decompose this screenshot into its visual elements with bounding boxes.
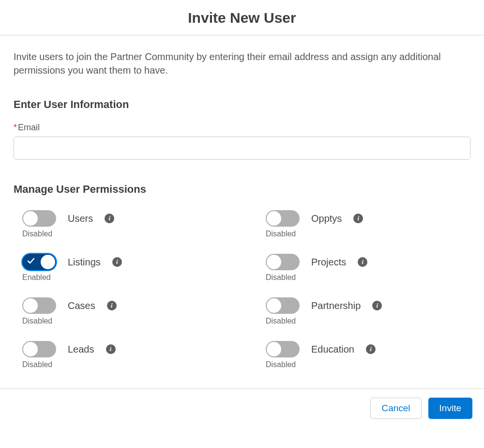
invite-button[interactable]: Invite [428, 398, 472, 419]
email-label: Email [18, 123, 40, 132]
required-star-icon: * [14, 123, 17, 132]
permission-toggle-projects[interactable] [266, 254, 300, 270]
permissions-section-title: Manage User Permissions [14, 183, 470, 196]
permission-item-opptys: OpptysiDisabled [266, 210, 470, 238]
info-icon[interactable]: i [353, 214, 363, 223]
permission-status: Disabled [266, 230, 470, 238]
toggle-knob [267, 342, 281, 356]
info-icon[interactable]: i [372, 301, 382, 310]
permission-toggle-partnership[interactable] [266, 297, 300, 314]
permissions-grid: UsersiDisabledOpptysiDisabledListingsiEn… [14, 210, 470, 369]
permission-row: Listingsi [22, 254, 227, 270]
toggle-knob [23, 298, 38, 313]
toggle-knob [41, 255, 55, 269]
permission-label: Opptys [311, 213, 342, 224]
permission-item-cases: CasesiDisabled [22, 297, 227, 325]
toggle-knob [267, 211, 281, 226]
permission-toggle-listings[interactable] [22, 254, 56, 270]
permission-row: Leadsi [22, 341, 227, 357]
info-icon[interactable]: i [105, 214, 114, 223]
permission-item-partnership: PartnershipiDisabled [266, 297, 470, 325]
email-label-row: *Email [14, 123, 470, 133]
permission-row: Casesi [22, 297, 227, 314]
permission-item-leads: LeadsiDisabled [22, 341, 227, 369]
toggle-knob [23, 342, 38, 356]
permission-label: Education [311, 344, 354, 355]
permission-label: Listings [68, 257, 101, 268]
permission-row: Opptysi [266, 210, 470, 227]
permission-row: Educationi [266, 341, 470, 357]
permission-toggle-leads[interactable] [22, 341, 56, 357]
permission-item-users: UsersiDisabled [22, 210, 227, 238]
user-info-section-title: Enter User Information [14, 98, 470, 111]
permission-status: Disabled [266, 273, 470, 282]
dialog-header: Invite New User [0, 0, 484, 35]
permission-item-education: EducationiDisabled [266, 341, 470, 369]
cancel-button[interactable]: Cancel [370, 398, 421, 419]
permission-row: Partnershipi [266, 297, 470, 314]
email-field[interactable] [14, 137, 470, 160]
info-icon[interactable]: i [366, 344, 376, 354]
toggle-knob [267, 255, 281, 269]
info-icon[interactable]: i [106, 344, 116, 354]
info-icon[interactable]: i [107, 301, 117, 310]
check-icon [27, 257, 35, 265]
permission-label: Projects [311, 257, 346, 268]
permission-status: Disabled [266, 317, 470, 325]
dialog-description: Invite users to join the Partner Communi… [14, 50, 470, 77]
permission-status: Disabled [266, 360, 470, 369]
dialog-title: Invite New User [0, 10, 484, 26]
permission-toggle-cases[interactable] [22, 297, 56, 314]
toggle-knob [267, 298, 281, 313]
permission-label: Leads [68, 344, 94, 355]
permission-status: Disabled [22, 230, 227, 238]
permission-label: Partnership [311, 300, 361, 311]
permission-status: Disabled [22, 317, 227, 325]
permission-toggle-education[interactable] [266, 341, 300, 357]
permission-status: Disabled [22, 360, 227, 369]
permission-item-listings: ListingsiEnabled [22, 254, 227, 282]
permission-label: Users [68, 213, 93, 224]
dialog-content: Invite users to join the Partner Communi… [0, 35, 484, 388]
permission-label: Cases [68, 300, 95, 311]
permission-toggle-opptys[interactable] [266, 210, 300, 227]
info-icon[interactable]: i [112, 257, 122, 267]
dialog-footer: Cancel Invite [0, 389, 484, 429]
permission-status: Enabled [22, 273, 227, 282]
permissions-section: Manage User Permissions UsersiDisabledOp… [14, 183, 470, 369]
permission-row: Usersi [22, 210, 227, 227]
permission-row: Projectsi [266, 254, 470, 270]
info-icon[interactable]: i [358, 257, 367, 267]
toggle-knob [23, 211, 38, 226]
permission-item-projects: ProjectsiDisabled [266, 254, 470, 282]
permission-toggle-users[interactable] [22, 210, 56, 227]
